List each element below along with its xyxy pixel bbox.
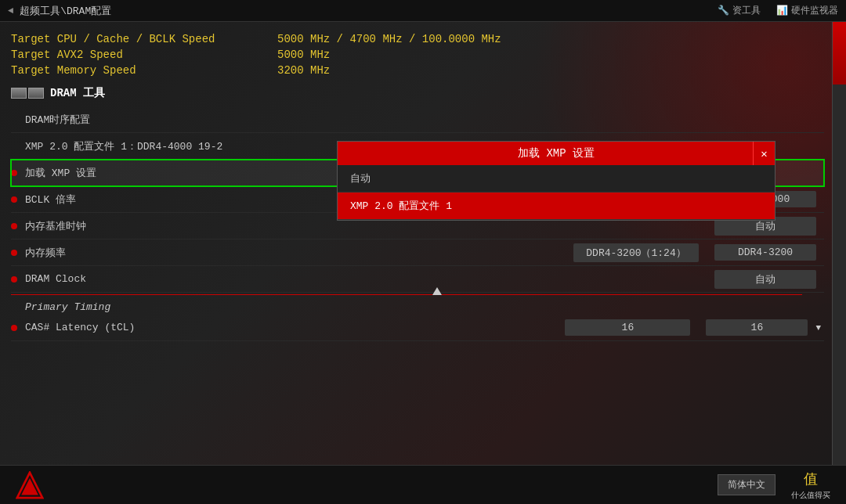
top-bar: ◄ 超频工具\DRAM配置 🔧 资工具 📊 硬件监视器 (0, 0, 846, 22)
target-mem-row: Target Memory Speed 3200 MHz (11, 64, 846, 77)
red-divider (11, 294, 802, 295)
indicator-mem-freq (11, 250, 17, 256)
indicator-cas (11, 325, 17, 331)
section-title: DRAM 工具 (50, 86, 105, 100)
target-avx2-label: Target AVX2 Speed (11, 49, 277, 61)
xmp-dialog-title-bar: 加载 XMP 设置 ✕ (338, 142, 775, 165)
cas-latency-row[interactable]: CAS# Latency (tCL) 16 16 ▼ (11, 315, 824, 341)
target-cpu-label: Target CPU / Cache / BCLK Speed (11, 33, 277, 45)
top-bar-right: 🔧 资工具 📊 硬件监视器 (718, 4, 838, 17)
hardware-monitor-btn[interactable]: 📊 硬件监视器 (776, 4, 838, 17)
brand-logo (16, 471, 44, 499)
target-mem-value: 3200 MHz (277, 64, 330, 77)
indicator-bclk (11, 196, 17, 203)
dram-timing-row: DRAM时序配置 (11, 106, 824, 133)
bottom-bar-right: 简体中文 值 什么值得买 (718, 470, 830, 501)
xmp-dialog: 加载 XMP 设置 ✕ 自动 XMP 2.0 配置文件 1 (337, 141, 776, 221)
mem-freq-right-value: DDR4-3200 (714, 244, 816, 261)
mouse-cursor (432, 287, 442, 295)
back-arrow-icon[interactable]: ◄ (8, 5, 13, 16)
dram-icon (11, 88, 44, 99)
dropdown-arrow-icon[interactable]: ▼ (815, 323, 821, 333)
dram-clock-label: DRAM Clock (25, 273, 714, 285)
mem-freq-row[interactable]: 内存频率 DDR4-3200（1:24） DDR4-3200 (11, 239, 824, 266)
tools-icon: 🔧 (718, 5, 729, 16)
cas-center-value: 16 (565, 319, 690, 336)
xmp-option-profile1[interactable]: XMP 2.0 配置文件 1 (338, 193, 775, 220)
indicator-load-xmp (11, 170, 17, 176)
target-avx2-value: 5000 MHz (277, 49, 330, 61)
bottom-bar: 简体中文 值 什么值得买 (0, 465, 846, 504)
target-avx2-row: Target AVX2 Speed 5000 MHz (11, 49, 846, 61)
dram-timing-label: DRAM时序配置 (25, 113, 824, 127)
main-content: Target CPU / Cache / BCLK Speed 5000 MHz… (0, 22, 846, 465)
target-cpu-value: 5000 MHz / 4700 MHz / 100.0000 MHz (277, 33, 501, 45)
dram-clock-row[interactable]: DRAM Clock 自动 (11, 266, 824, 293)
language-button[interactable]: 简体中文 (718, 474, 776, 495)
xmp-close-button[interactable]: ✕ (753, 142, 775, 165)
watermark-icon: 值 (804, 470, 818, 488)
mem-freq-label: 内存频率 (25, 246, 573, 260)
section-header: DRAM 工具 (11, 86, 846, 100)
primary-timing-label: Primary Timing (11, 297, 824, 315)
cas-label: CAS# Latency (tCL) (25, 322, 565, 333)
watermark: 值 什么值得买 (791, 470, 830, 501)
xmp-option-auto[interactable]: 自动 (338, 165, 775, 193)
target-mem-label: Target Memory Speed (11, 64, 277, 77)
cas-right-value: 16 (706, 319, 808, 336)
mem-freq-center-value: DDR4-3200（1:24） (573, 243, 699, 262)
logo-container (16, 471, 44, 499)
monitor-icon: 📊 (776, 5, 788, 16)
scrollbar-thumb[interactable] (833, 22, 846, 85)
watermark-text: 什么值得买 (791, 490, 830, 501)
xmp-dialog-title: 加载 XMP 设置 (518, 146, 595, 160)
tools-btn[interactable]: 🔧 资工具 (718, 4, 761, 17)
page-title: 超频工具\DRAM配置 (20, 4, 111, 18)
target-cpu-row: Target CPU / Cache / BCLK Speed 5000 MHz… (11, 33, 846, 45)
mem-base-label: 内存基准时钟 (25, 219, 714, 233)
indicator-dram-clock (11, 276, 17, 283)
indicator-mem-base (11, 223, 17, 229)
scrollbar[interactable] (832, 22, 846, 465)
dram-clock-value: 自动 (714, 270, 816, 289)
